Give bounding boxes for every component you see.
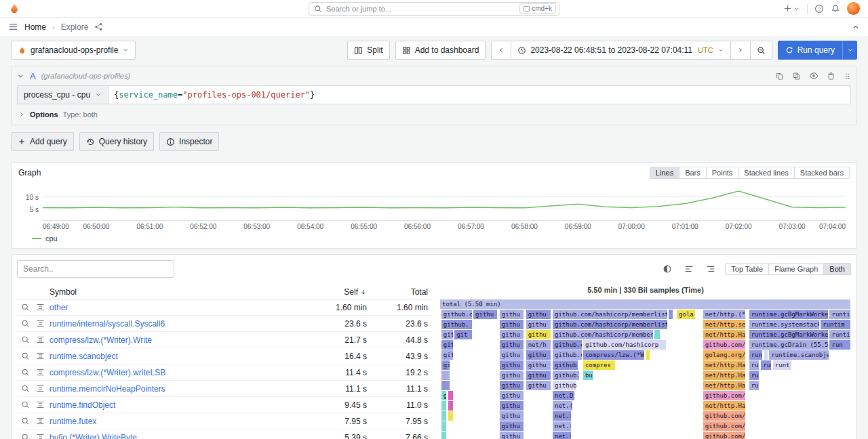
news-bell-icon[interactable]: [831, 4, 840, 14]
add-to-dashboard-button[interactable]: Add to dashboard: [395, 41, 486, 60]
sandwich-view-icon[interactable]: [35, 319, 45, 328]
flame-block[interactable]: compress/lzw.(*W: [583, 350, 645, 360]
flame-block[interactable]: githu: [500, 330, 524, 339]
flame-block[interactable]: [646, 350, 650, 360]
flame-block[interactable]: [441, 381, 450, 390]
flame-block[interactable]: githu: [526, 381, 552, 390]
legend-label-cpu[interactable]: cpu: [45, 234, 58, 243]
flame-block[interactable]: runti: [829, 330, 851, 339]
flame-block[interactable]: github.com/c: [703, 411, 747, 421]
symbol-link[interactable]: runtime.memclrNoHeapPointers: [50, 384, 306, 394]
search-input[interactable]: [326, 5, 515, 13]
flame-block[interactable]: runtime: [829, 310, 851, 319]
remove-query-trash-icon[interactable]: [827, 72, 835, 81]
sandwich-view-icon[interactable]: [35, 368, 45, 377]
breadcrumb-home[interactable]: Home: [24, 22, 46, 32]
col-symbol[interactable]: Symbol: [50, 287, 306, 297]
flame-block[interactable]: runtime.gcDrain (55.5: [749, 340, 829, 350]
graph-mode-stacked-lines[interactable]: Stacked lines: [738, 167, 793, 178]
flame-block[interactable]: run: [749, 360, 760, 370]
align-left-layout-icon[interactable]: [682, 262, 696, 276]
flame-block[interactable]: [441, 421, 447, 431]
graph-mode-stacked-bars[interactable]: Stacked bars: [794, 167, 849, 178]
flame-block[interactable]: [669, 310, 673, 319]
flame-block[interactable]: gi: [441, 360, 450, 370]
query-history-button[interactable]: Query history: [79, 132, 154, 151]
symbol-link[interactable]: runtime.scanobject: [50, 352, 306, 361]
flame-block[interactable]: githu: [500, 432, 524, 439]
query-options-row[interactable]: Options Type: both: [12, 104, 856, 125]
sandwich-view-icon[interactable]: [35, 384, 45, 393]
search-symbol-icon[interactable]: [20, 352, 31, 360]
flame-block[interactable]: githu: [500, 371, 524, 380]
run-query-button[interactable]: Run query: [778, 41, 857, 60]
profile-type-select[interactable]: process_cpu - cpu: [17, 85, 108, 104]
graph-mode-bars[interactable]: Bars: [679, 167, 706, 178]
flame-block[interactable]: [654, 330, 660, 339]
symbol-link[interactable]: bufio.(*Writer).WriteByte: [50, 433, 306, 439]
avatar[interactable]: [847, 2, 860, 15]
flame-block[interactable]: golang.org/x: [703, 350, 747, 360]
disable-query-eye-icon[interactable]: [809, 71, 818, 81]
flame-block[interactable]: git: [441, 340, 454, 350]
sandwich-view-icon[interactable]: [35, 433, 45, 439]
flame-block[interactable]: rur: [749, 381, 760, 390]
flame-block[interactable]: gi: [441, 391, 447, 400]
flame-block[interactable]: github.com/hashicorp/memberlist.(*: [553, 310, 668, 319]
flame-block[interactable]: total (5.50 min): [440, 299, 851, 309]
flame-block[interactable]: github.c: [553, 371, 580, 380]
flame-block[interactable]: [764, 350, 768, 360]
flame-block[interactable]: github.com/s: [703, 421, 747, 431]
flame-block[interactable]: net.(*: [553, 401, 573, 411]
flame-block[interactable]: [441, 411, 447, 421]
flame-block[interactable]: githu: [500, 411, 524, 421]
flame-block[interactable]: githu: [526, 350, 552, 360]
flame-block[interactable]: run: [761, 360, 772, 370]
flame-block[interactable]: githu: [473, 310, 498, 319]
split-button[interactable]: Split: [347, 41, 389, 60]
new-menu-button[interactable]: [783, 4, 800, 13]
flame-block[interactable]: github.com/g: [703, 340, 747, 350]
symbol-search-input[interactable]: [23, 264, 168, 274]
flame-block[interactable]: github: [553, 381, 577, 390]
sandwich-view-icon[interactable]: [35, 417, 45, 425]
query-expression-input[interactable]: {service_name="profiles-ops-001/querier"…: [108, 85, 851, 104]
flame-block[interactable]: githu: [500, 310, 524, 319]
breadcrumb-explore[interactable]: Explore: [61, 22, 89, 32]
flame-block[interactable]: net/http.Han: [703, 381, 747, 390]
search-symbol-icon[interactable]: [20, 303, 31, 312]
zoom-out-time-button[interactable]: [751, 41, 772, 60]
flame-block[interactable]: rur: [749, 371, 760, 380]
sandwich-view-icon[interactable]: [35, 400, 45, 409]
flame-block[interactable]: [441, 401, 447, 411]
flame-block[interactable]: githu: [500, 320, 524, 329]
flame-block[interactable]: githu: [500, 360, 524, 370]
run-query-caret[interactable]: [842, 41, 857, 60]
symbol-link[interactable]: runtime/internal/syscall.Syscall6: [50, 319, 306, 329]
flame-block[interactable]: githu: [526, 320, 552, 329]
flame-block[interactable]: github.cc: [441, 310, 473, 319]
flame-block[interactable]: bu: [583, 371, 594, 380]
add-query-button[interactable]: Add query: [11, 132, 74, 151]
flame-block[interactable]: github.cc: [553, 350, 583, 360]
flame-block[interactable]: net.(: [553, 411, 572, 421]
flame-block[interactable]: runtim: [821, 320, 851, 329]
flame-block[interactable]: githu: [526, 371, 552, 380]
flame-block[interactable]: net/http.ser: [703, 320, 747, 329]
flame-block[interactable]: githu: [526, 310, 552, 319]
search-symbol-icon[interactable]: [20, 319, 31, 328]
global-search[interactable]: cmd+k: [309, 2, 559, 16]
flame-block[interactable]: github.com/hashicorp: [583, 340, 667, 350]
query-ref-id[interactable]: A: [30, 71, 36, 81]
flame-block[interactable]: runtime.systemstack (: [749, 320, 820, 329]
view-both[interactable]: Both: [823, 264, 850, 274]
sandwich-view-icon[interactable]: [35, 335, 45, 344]
grafana-logo[interactable]: [8, 3, 20, 15]
flame-block[interactable]: [448, 401, 454, 411]
flame-block[interactable]: [448, 411, 454, 421]
flame-block[interactable]: github.com/hashicorp/memberlist.(: [553, 320, 668, 329]
symbol-link[interactable]: other: [50, 303, 306, 312]
flame-block[interactable]: net/http.Han: [703, 330, 747, 339]
symbol-link[interactable]: compress/lzw.(*Writer).writeLSB: [50, 368, 306, 377]
cpu-chart[interactable]: 10 s 5 s: [43, 183, 846, 221]
